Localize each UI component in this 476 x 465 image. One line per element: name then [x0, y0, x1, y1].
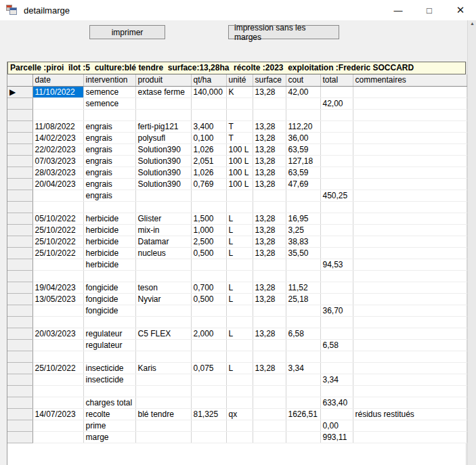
- cell[interactable]: L: [226, 224, 253, 236]
- cell[interactable]: [286, 374, 320, 385]
- row-header-cell[interactable]: [7, 178, 33, 190]
- cell[interactable]: [83, 109, 135, 120]
- cell[interactable]: [191, 270, 226, 282]
- cell[interactable]: T: [226, 132, 253, 143]
- cell[interactable]: 11/08/2022: [33, 120, 83, 132]
- cell[interactable]: [286, 385, 320, 397]
- cell[interactable]: Glister: [135, 213, 191, 224]
- cell[interactable]: Nyviar: [135, 293, 191, 305]
- column-header-qt-ha[interactable]: qt/ha: [191, 74, 226, 86]
- cell[interactable]: L: [226, 247, 253, 259]
- cell[interactable]: 19/04/2023: [33, 282, 83, 293]
- cell[interactable]: 100 L: [226, 167, 253, 178]
- cell[interactable]: [33, 97, 83, 109]
- row-header-cell[interactable]: [7, 224, 33, 236]
- cell[interactable]: [83, 385, 135, 397]
- cell[interactable]: 63,59: [286, 167, 320, 178]
- cell[interactable]: 42,00: [320, 97, 353, 109]
- cell[interactable]: Karis: [135, 362, 191, 374]
- impression-sans-marges-button[interactable]: impression sans les marges: [228, 25, 339, 39]
- cell[interactable]: [191, 201, 226, 213]
- cell[interactable]: semence: [83, 86, 135, 97]
- cell[interactable]: [135, 420, 191, 431]
- cell[interactable]: engrais: [83, 132, 135, 143]
- cell[interactable]: résidus restitués: [353, 408, 467, 420]
- cell[interactable]: 13,28: [253, 213, 286, 224]
- cell[interactable]: [135, 259, 191, 270]
- cell[interactable]: polysufl: [135, 132, 191, 143]
- cell[interactable]: [226, 270, 253, 282]
- cell[interactable]: engrais: [83, 178, 135, 190]
- cell[interactable]: 13,28: [253, 178, 286, 190]
- cell[interactable]: [226, 374, 253, 385]
- cell[interactable]: [191, 420, 226, 431]
- column-header-unit-[interactable]: unité: [226, 74, 253, 86]
- cell[interactable]: [253, 316, 286, 328]
- cell[interactable]: [135, 270, 191, 282]
- cell[interactable]: [286, 259, 320, 270]
- cell[interactable]: 100 L: [226, 155, 253, 167]
- cell[interactable]: [33, 201, 83, 213]
- cell[interactable]: [253, 270, 286, 282]
- cell[interactable]: [353, 178, 467, 190]
- cell[interactable]: [253, 408, 286, 420]
- cell[interactable]: 28/03/2023: [33, 167, 83, 178]
- cell[interactable]: ferti-pig121: [135, 120, 191, 132]
- cell[interactable]: [226, 259, 253, 270]
- cell[interactable]: 14/02/2023: [33, 132, 83, 143]
- cell[interactable]: [253, 385, 286, 397]
- cell[interactable]: 20/03/2023: [33, 328, 83, 339]
- row-header-cell[interactable]: [7, 201, 33, 213]
- cell[interactable]: 140,000: [191, 86, 226, 97]
- cell[interactable]: [135, 97, 191, 109]
- cell[interactable]: [33, 259, 83, 270]
- cell[interactable]: blé tendre: [135, 408, 191, 420]
- cell[interactable]: [191, 305, 226, 316]
- cell[interactable]: 13,28: [253, 167, 286, 178]
- cell[interactable]: [286, 109, 320, 120]
- column-header-commentaires[interactable]: commentaires: [353, 74, 467, 86]
- cell[interactable]: [33, 420, 83, 431]
- cell[interactable]: [353, 316, 467, 328]
- cell[interactable]: 2,051: [191, 155, 226, 167]
- cell[interactable]: 0,500: [191, 293, 226, 305]
- cell[interactable]: [320, 120, 353, 132]
- cell[interactable]: 25/10/2022: [33, 362, 83, 374]
- cell[interactable]: [353, 167, 467, 178]
- cell[interactable]: [253, 190, 286, 201]
- cell[interactable]: [320, 362, 353, 374]
- cell[interactable]: [353, 293, 467, 305]
- cell[interactable]: 94,53: [320, 259, 353, 270]
- cell[interactable]: C5 FLEX: [135, 328, 191, 339]
- cell[interactable]: [191, 385, 226, 397]
- cell[interactable]: [353, 143, 467, 155]
- cell[interactable]: [226, 431, 253, 443]
- cell[interactable]: 2,000: [191, 328, 226, 339]
- cell[interactable]: [353, 86, 467, 97]
- cell[interactable]: [253, 397, 286, 408]
- cell[interactable]: L: [226, 282, 253, 293]
- cell[interactable]: 38,83: [286, 236, 320, 247]
- cell[interactable]: 13,28: [253, 86, 286, 97]
- cell[interactable]: 1,500: [191, 213, 226, 224]
- cell[interactable]: [253, 109, 286, 120]
- cell[interactable]: [135, 351, 191, 362]
- cell[interactable]: [135, 431, 191, 443]
- cell[interactable]: 100 L: [226, 178, 253, 190]
- cell[interactable]: [135, 397, 191, 408]
- cell[interactable]: teson: [135, 282, 191, 293]
- cell[interactable]: [226, 190, 253, 201]
- cell[interactable]: 25/10/2022: [33, 247, 83, 259]
- cell[interactable]: [135, 201, 191, 213]
- cell[interactable]: [353, 201, 467, 213]
- cell[interactable]: 1,000: [191, 224, 226, 236]
- row-header-cell[interactable]: [7, 259, 33, 270]
- row-header-cell[interactable]: [7, 167, 33, 178]
- cell[interactable]: [353, 397, 467, 408]
- row-header-cell[interactable]: [7, 236, 33, 247]
- scroll-up-icon[interactable]: ▲: [468, 20, 476, 30]
- cell[interactable]: engrais: [83, 190, 135, 201]
- row-header-cell[interactable]: [7, 305, 33, 316]
- cell[interactable]: qx: [226, 408, 253, 420]
- cell[interactable]: [191, 351, 226, 362]
